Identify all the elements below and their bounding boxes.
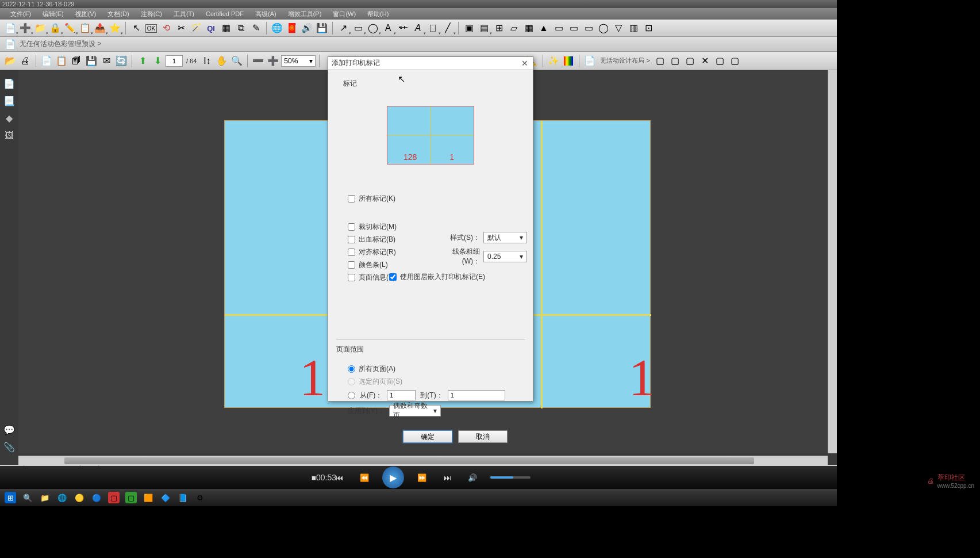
rewind-button[interactable]: ⏪ bbox=[357, 470, 372, 485]
style-select[interactable]: 默认▾ bbox=[483, 232, 527, 243]
task-folder[interactable]: 📁 bbox=[39, 492, 51, 503]
text-button[interactable]: A bbox=[381, 21, 395, 35]
menu-document[interactable]: 文档(D) bbox=[102, 9, 134, 20]
doc2-button[interactable]: ▭ bbox=[567, 21, 581, 35]
zoom-button[interactable]: 🔍 bbox=[230, 54, 244, 68]
extra6-button[interactable]: ▢ bbox=[728, 54, 742, 68]
task-app1[interactable]: ▢ bbox=[108, 492, 120, 503]
page2-button[interactable]: 📄 bbox=[583, 54, 597, 68]
layout-label[interactable]: 无活动设计布局 > bbox=[598, 56, 652, 65]
start-button[interactable]: ⊞ bbox=[5, 492, 16, 503]
apply-select[interactable]: 偶数和奇数页▾ bbox=[389, 405, 441, 416]
mail-button[interactable]: ✉ bbox=[99, 54, 113, 68]
marquee-button[interactable]: ▭ bbox=[351, 21, 365, 35]
pointer-button[interactable]: ↖ bbox=[129, 21, 143, 35]
extra5-button[interactable]: ▢ bbox=[713, 54, 727, 68]
align-marks-checkbox[interactable] bbox=[348, 249, 355, 256]
close-button[interactable]: ✕ bbox=[520, 59, 529, 68]
copy-button[interactable]: 📄 bbox=[40, 54, 53, 68]
from-input[interactable] bbox=[387, 390, 416, 400]
all-marks-checkbox[interactable] bbox=[348, 195, 355, 202]
pdf-button[interactable]: 🧧 bbox=[285, 21, 299, 35]
task-app2[interactable]: ▢ bbox=[125, 492, 137, 503]
secure-button[interactable]: 🔒 bbox=[48, 21, 62, 35]
side-doc-icon[interactable]: 📃 bbox=[3, 95, 15, 107]
dup-button[interactable]: 🗐 bbox=[70, 54, 83, 68]
extra3-button[interactable]: ▢ bbox=[683, 54, 697, 68]
menu-advanced[interactable]: 高级(A) bbox=[249, 9, 282, 20]
ok-button[interactable]: 确定 bbox=[403, 430, 452, 443]
cancel-button[interactable]: 取消 bbox=[458, 430, 508, 443]
new-button[interactable]: 📄 bbox=[3, 21, 17, 35]
side-chat-icon[interactable]: 💬 bbox=[3, 425, 15, 436]
extra1-button[interactable]: ▢ bbox=[654, 54, 667, 68]
all-pages-radio[interactable] bbox=[348, 365, 355, 373]
menu-window[interactable]: 窗口(W) bbox=[327, 9, 362, 20]
weight-select[interactable]: 0.25▾ bbox=[483, 251, 527, 262]
scrollbar-horizontal[interactable] bbox=[18, 456, 828, 465]
open-folder-button[interactable]: 📂 bbox=[3, 54, 17, 68]
edit-button[interactable]: ✎ bbox=[249, 21, 263, 35]
menu-file[interactable]: 文件(F) bbox=[5, 9, 37, 20]
task-search[interactable]: 🔍 bbox=[22, 492, 33, 503]
pages-button[interactable]: ▤ bbox=[477, 21, 491, 35]
menu-certified[interactable]: Certified PDF bbox=[200, 9, 249, 18]
menu-view[interactable]: 视图(V) bbox=[70, 9, 102, 20]
form-button[interactable]: 📋 bbox=[78, 21, 92, 35]
pageinfo-checkbox[interactable] bbox=[348, 274, 355, 281]
grid-button[interactable]: ⊞ bbox=[492, 21, 506, 35]
panel-button[interactable]: ▥ bbox=[627, 21, 640, 35]
crop-button[interactable]: ⎕ bbox=[426, 21, 440, 35]
menu-comment[interactable]: 注释(C) bbox=[135, 9, 168, 20]
print-button[interactable]: 🖨 bbox=[18, 54, 32, 68]
stack-button[interactable]: ▦ bbox=[522, 21, 536, 35]
add-button[interactable]: ➕ bbox=[18, 21, 32, 35]
font-button[interactable]: A bbox=[411, 21, 425, 35]
next-page-button[interactable]: ⬇ bbox=[151, 54, 164, 68]
spectrum-button[interactable] bbox=[562, 54, 575, 68]
task-app4[interactable]: 🔷 bbox=[160, 492, 171, 503]
prev-page-button[interactable]: ⬆ bbox=[136, 54, 149, 68]
scrollbar-vertical[interactable] bbox=[828, 70, 837, 453]
scrollbar-thumb[interactable] bbox=[64, 457, 754, 464]
star-button[interactable]: ⭐ bbox=[108, 21, 122, 35]
task-app3[interactable]: 🟧 bbox=[143, 492, 154, 503]
extra2-button[interactable]: ▢ bbox=[668, 54, 682, 68]
up-button[interactable]: ▲ bbox=[537, 21, 551, 35]
play-button[interactable]: ▶ bbox=[382, 467, 404, 488]
task-app6[interactable]: ⚙ bbox=[194, 492, 206, 503]
doc1-button[interactable]: ▭ bbox=[552, 21, 566, 35]
hand-button[interactable]: ✋ bbox=[215, 54, 229, 68]
colorbar-checkbox[interactable] bbox=[348, 261, 355, 269]
circle-button[interactable]: ◯ bbox=[597, 21, 610, 35]
menu-tools[interactable]: 工具(T) bbox=[168, 9, 200, 20]
to-input[interactable] bbox=[448, 390, 505, 400]
crop-marks-checkbox[interactable] bbox=[348, 223, 355, 231]
task-edge[interactable]: 🔵 bbox=[91, 492, 102, 503]
line-button[interactable]: ╱ bbox=[441, 21, 455, 35]
wand-button[interactable]: 🪄 bbox=[189, 21, 203, 35]
refresh-button[interactable]: 🔄 bbox=[114, 54, 128, 68]
color-preference[interactable]: 📄 无任何活动色彩管理预设 > bbox=[5, 39, 101, 49]
ok-button[interactable]: OK bbox=[144, 21, 158, 35]
funnel-button[interactable]: ▽ bbox=[612, 21, 625, 35]
group-button[interactable]: ▣ bbox=[462, 21, 476, 35]
task-app5[interactable]: 📘 bbox=[177, 492, 189, 503]
from-radio[interactable] bbox=[348, 392, 355, 399]
zoom-in-button[interactable]: ➕ bbox=[266, 54, 280, 68]
menu-help[interactable]: 帮助(H) bbox=[362, 9, 394, 20]
text-select-button[interactable]: I↕ bbox=[200, 54, 214, 68]
save-button[interactable]: 💾 bbox=[315, 21, 329, 35]
task-browser[interactable]: 🌐 bbox=[56, 492, 68, 503]
zoom-out-button[interactable]: ➖ bbox=[251, 54, 265, 68]
paste-button[interactable]: 📋 bbox=[55, 54, 68, 68]
extra4-button[interactable]: ✕ bbox=[698, 54, 712, 68]
globe-button[interactable]: 🌐 bbox=[270, 21, 284, 35]
layers-button[interactable]: ▱ bbox=[507, 21, 521, 35]
qi-button[interactable]: QI bbox=[204, 21, 218, 35]
menu-plugins[interactable]: 增效工具(P) bbox=[282, 9, 328, 20]
layer-embed-checkbox[interactable] bbox=[389, 273, 397, 281]
volume-button[interactable]: 🔊 bbox=[465, 470, 480, 485]
side-layers-icon[interactable]: ◆ bbox=[3, 113, 15, 124]
side-attach-icon[interactable]: 📎 bbox=[3, 442, 15, 453]
